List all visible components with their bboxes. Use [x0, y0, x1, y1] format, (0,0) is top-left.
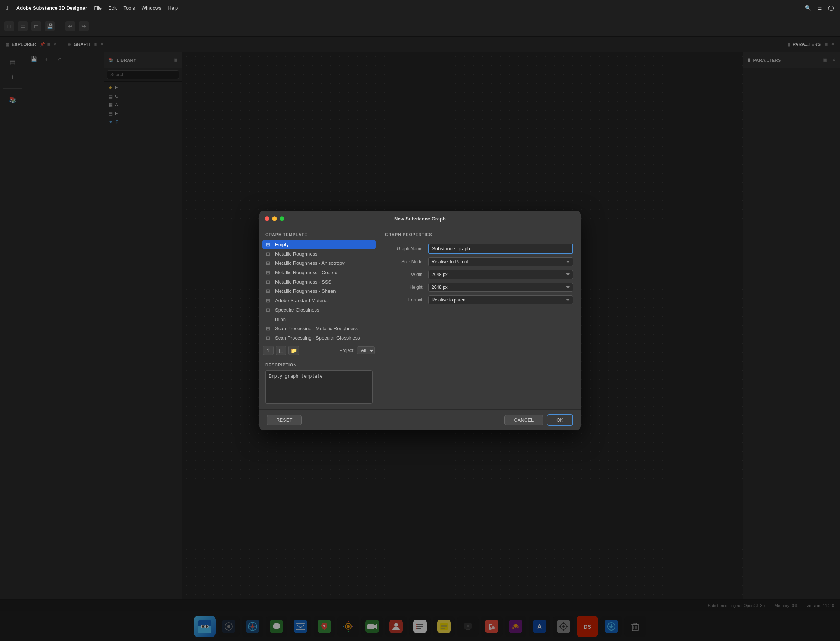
template-icon-scan-metallic: ⊞	[266, 326, 272, 331]
ok-button[interactable]: OK	[547, 414, 573, 426]
size-mode-select[interactable]: Relative To Parent	[428, 258, 573, 266]
width-label: Width:	[386, 272, 424, 277]
template-icon-metallic-sss: ⊞	[266, 279, 272, 285]
footer-left: RESET	[267, 415, 301, 425]
dialog-body: GRAPH TEMPLATE ⊞ Empty ⊞ Metallic Roughn…	[259, 227, 581, 409]
cancel-button[interactable]: CANCEL	[505, 415, 543, 425]
apple-menu-icon[interactable]: 	[6, 5, 8, 11]
template-item-empty[interactable]: ⊞ Empty	[262, 240, 376, 249]
template-icon-empty: ⊞	[266, 242, 272, 247]
dialog-title: New Substance Graph	[394, 216, 446, 222]
dialog-footer: RESET CANCEL OK	[259, 409, 581, 430]
template-list: ⊞ Empty ⊞ Metallic Roughness ⊞ Metallic …	[259, 240, 379, 343]
template-label-scan-metallic: Scan Processing - Metallic Roughness	[275, 326, 358, 331]
traffic-max[interactable]	[279, 216, 284, 221]
menu-windows[interactable]: Windows	[142, 5, 161, 11]
search-menubar-icon[interactable]: 🔍	[805, 5, 811, 11]
template-item-metallic-aniso[interactable]: ⊞ Metallic Roughness - Anisotropy	[262, 258, 376, 268]
description-textarea[interactable]: Empty graph template.	[265, 370, 372, 404]
template-item-scan-specular[interactable]: ⊞ Scan Processing - Specular Glossiness	[262, 333, 376, 343]
graph-name-label: Graph Name:	[386, 246, 424, 251]
width-select[interactable]: 2048 px	[428, 270, 573, 279]
height-select[interactable]: 2048 px	[428, 283, 573, 292]
template-toolbar: ⇧ ◱ 📁 Project: All	[259, 343, 379, 358]
format-label: Format:	[386, 297, 424, 303]
template-label-metallic-sss: Metallic Roughness - SSS	[275, 279, 331, 285]
reset-button[interactable]: RESET	[267, 415, 301, 425]
properties-grid: Graph Name: Size Mode: Relative To Paren…	[379, 240, 581, 308]
traffic-close[interactable]	[264, 216, 269, 221]
menubar-right: 🔍 ☰ ◯	[805, 5, 834, 11]
template-cube-btn[interactable]: ◱	[276, 346, 286, 355]
project-select[interactable]: All	[357, 346, 375, 354]
modal-overlay: New Substance Graph GRAPH TEMPLATE ⊞ Emp…	[0, 0, 840, 641]
template-item-metallic-coated[interactable]: ⊞ Metallic Roughness - Coated	[262, 268, 376, 277]
height-label: Height:	[386, 285, 424, 290]
template-icon-metallic-aniso: ⊞	[266, 260, 272, 266]
template-icon-metallic-coated: ⊞	[266, 270, 272, 275]
template-project-selector: Project: All	[339, 346, 375, 354]
graph-name-input[interactable]	[428, 243, 573, 254]
template-label-metallic: Metallic Roughness	[275, 251, 317, 257]
template-icon-adobe: ⊞	[266, 298, 272, 303]
format-select[interactable]: Relative to parent	[428, 295, 573, 304]
template-item-blinn[interactable]: ⊞ Blinn	[262, 314, 376, 324]
template-icon-scan-specular: ⊞	[266, 335, 272, 341]
template-label-metallic-coated: Metallic Roughness - Coated	[275, 270, 337, 275]
size-mode-label: Size Mode:	[386, 259, 424, 264]
template-item-metallic-sss[interactable]: ⊞ Metallic Roughness - SSS	[262, 277, 376, 287]
traffic-lights	[264, 216, 284, 221]
template-section-title: GRAPH TEMPLATE	[259, 227, 379, 240]
template-icon-metallic: ⊞	[266, 251, 272, 257]
new-graph-dialog: New Substance Graph GRAPH TEMPLATE ⊞ Emp…	[259, 211, 581, 430]
dialog-left-panel: GRAPH TEMPLATE ⊞ Empty ⊞ Metallic Roughn…	[259, 227, 379, 409]
template-item-metallic-sheen[interactable]: ⊞ Metallic Roughness - Sheen	[262, 287, 376, 296]
menubar:  Adobe Substance 3D Designer File Edit …	[0, 0, 840, 16]
controlcenter-icon[interactable]: ☰	[817, 5, 822, 11]
template-label-adobe: Adobe Standard Material	[275, 298, 329, 303]
description-title: DESCRIPTION	[265, 363, 372, 367]
template-icon-specular: ⊞	[266, 307, 272, 312]
properties-section-title: GRAPH PROPERTIES	[379, 227, 581, 240]
template-label-empty: Empty	[275, 242, 289, 247]
clock-icon[interactable]: ◯	[828, 5, 834, 11]
modal-titlebar: New Substance Graph	[259, 211, 581, 227]
menu-tools[interactable]: Tools	[123, 5, 134, 11]
menu-help[interactable]: Help	[168, 5, 178, 11]
app-name: Adobe Substance 3D Designer	[16, 5, 87, 11]
description-section: DESCRIPTION Empty graph template.	[259, 358, 379, 409]
template-label-blinn: Blinn	[275, 316, 286, 322]
menu-file[interactable]: File	[94, 5, 102, 11]
template-label-specular: Specular Glossiness	[275, 307, 319, 312]
template-item-metallic[interactable]: ⊞ Metallic Roughness	[262, 249, 376, 258]
template-item-scan-metallic[interactable]: ⊞ Scan Processing - Metallic Roughness	[262, 324, 376, 333]
template-share-btn[interactable]: ⇧	[263, 346, 274, 355]
template-folder-btn[interactable]: 📁	[289, 346, 299, 355]
template-item-specular[interactable]: ⊞ Specular Glossiness	[262, 305, 376, 314]
template-item-adobe[interactable]: ⊞ Adobe Standard Material	[262, 296, 376, 305]
menu-edit[interactable]: Edit	[108, 5, 116, 11]
dialog-right-panel: GRAPH PROPERTIES Graph Name: Size Mode: …	[379, 227, 581, 409]
template-icon-metallic-sheen: ⊞	[266, 288, 272, 294]
template-label-metallic-aniso: Metallic Roughness - Anisotropy	[275, 260, 345, 266]
project-label: Project:	[339, 348, 355, 353]
traffic-min[interactable]	[272, 216, 277, 221]
template-label-scan-specular: Scan Processing - Specular Glossiness	[275, 335, 360, 341]
template-label-metallic-sheen: Metallic Roughness - Sheen	[275, 288, 336, 294]
